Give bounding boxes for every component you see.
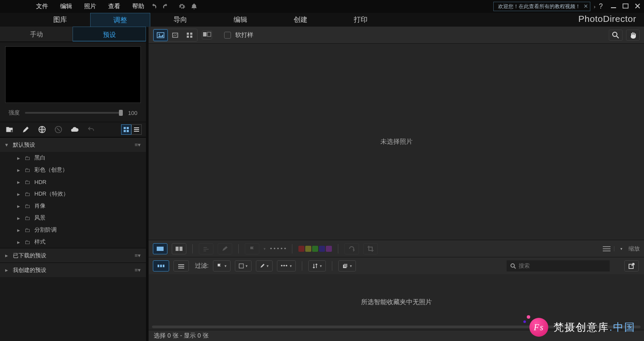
filter-flag-icon[interactable]: ▾ <box>213 260 231 272</box>
menu-view[interactable]: 查看 <box>102 3 126 10</box>
section-label: 已下载的预设 <box>13 252 46 260</box>
maximize-button[interactable] <box>623 3 629 10</box>
tab-guided[interactable]: 导向 <box>150 13 210 27</box>
section-default-presets[interactable]: ▾ 默认预设 ≡▾ <box>0 137 146 152</box>
tab-edit[interactable]: 编辑 <box>210 13 270 27</box>
preset-item[interactable]: ▸🗀HDR（特效） <box>0 188 146 200</box>
close-window-button[interactable] <box>635 3 641 10</box>
export-icon[interactable] <box>624 260 639 272</box>
svg-rect-18 <box>187 36 189 38</box>
globe-refresh-icon <box>53 124 64 135</box>
filmstrip-list-icon[interactable] <box>173 260 189 272</box>
zoom-tool-icon[interactable] <box>609 30 623 41</box>
sort-icon[interactable]: ▾ <box>308 260 326 272</box>
filter-edit-icon[interactable]: ▾ <box>256 260 273 272</box>
crop-icon <box>363 243 378 254</box>
tab-print[interactable]: 打印 <box>331 13 391 27</box>
compare-icon[interactable] <box>202 30 212 39</box>
view-grid-icon[interactable] <box>182 29 197 41</box>
svg-rect-23 <box>157 247 164 251</box>
soft-proof-checkbox[interactable] <box>224 32 231 39</box>
app-title: PhotoDirector <box>578 14 636 24</box>
menu-edit[interactable]: 编辑 <box>54 3 78 10</box>
close-icon[interactable]: ✕ <box>583 3 588 9</box>
globe-icon[interactable] <box>37 124 47 135</box>
bell-icon[interactable] <box>191 3 197 10</box>
view-grid-icon[interactable] <box>121 124 131 135</box>
intensity-slider[interactable] <box>25 112 123 114</box>
chevron-down-icon: ▾ <box>5 142 9 148</box>
nav-next-icon[interactable]: › <box>594 3 595 10</box>
sort-menu-icon[interactable] <box>603 246 614 251</box>
layout-single-icon[interactable] <box>153 243 167 254</box>
gear-icon[interactable] <box>179 3 185 10</box>
rating-dots[interactable]: • • • • • <box>270 245 286 252</box>
preset-item[interactable]: ▸🗀彩色（创意） <box>0 164 146 176</box>
svg-point-22 <box>613 32 617 36</box>
view-list-icon[interactable] <box>131 124 142 135</box>
tab-adjust[interactable]: 调整 <box>90 13 150 27</box>
subtab-preset[interactable]: 预设 <box>73 27 146 42</box>
stack-icon[interactable]: ▾ <box>338 260 356 272</box>
svg-rect-17 <box>190 33 192 35</box>
rotate-icon <box>344 243 359 254</box>
subtab-manual[interactable]: 手动 <box>0 27 73 42</box>
section-created-presets[interactable]: ▸ 我创建的预设 ≡▾ <box>0 263 146 277</box>
help-icon[interactable]: ? <box>599 3 603 10</box>
undo-icon[interactable] <box>150 3 157 10</box>
color-chip[interactable] <box>298 246 304 252</box>
section-menu-icon[interactable]: ≡▾ <box>134 142 141 148</box>
tab-create[interactable]: 创建 <box>270 13 331 27</box>
menu-help[interactable]: 帮助 <box>126 3 150 10</box>
zoom-label: 缩放 <box>629 245 640 253</box>
hand-tool-icon[interactable] <box>626 30 640 41</box>
menu-bar: 文件 编辑 照片 查看 帮助 欢迎您！在此查看所有的教程视频！ ✕ › ? <box>0 0 644 13</box>
tab-library[interactable]: 图库 <box>30 13 90 27</box>
filter-rating-icon[interactable]: •••▾ <box>277 260 296 272</box>
preset-item[interactable]: ▸🗀样式 <box>0 236 146 248</box>
preset-item[interactable]: ▸🗀黑白 <box>0 152 146 164</box>
watermark-text: 梵摄创意库 <box>553 321 609 333</box>
filter-label-icon[interactable]: ▾ <box>235 260 252 272</box>
svg-rect-31 <box>178 268 184 269</box>
search-input[interactable] <box>519 263 606 269</box>
section-menu-icon[interactable]: ≡▾ <box>134 267 141 273</box>
slider-thumb[interactable] <box>119 110 123 116</box>
color-chip[interactable] <box>326 246 332 252</box>
section-downloaded-presets[interactable]: ▸ 已下载的预设 ≡▾ <box>0 248 146 263</box>
menu-photo[interactable]: 照片 <box>78 3 102 10</box>
section-menu-icon[interactable]: ≡▾ <box>134 252 141 259</box>
folder-add-icon[interactable] <box>4 124 15 135</box>
color-chip[interactable] <box>319 246 325 252</box>
redo-icon[interactable] <box>162 3 169 10</box>
preset-item[interactable]: ▸🗀风景 <box>0 212 146 224</box>
canvas-message: 未选择照片 <box>380 138 413 146</box>
view-single-icon[interactable] <box>153 29 168 41</box>
menu-file[interactable]: 文件 <box>30 3 54 10</box>
svg-rect-6 <box>124 127 126 129</box>
view-fit-icon[interactable] <box>168 29 182 41</box>
intensity-label: 强度 <box>9 109 20 117</box>
preset-item[interactable]: ▸🗀HDR <box>0 176 146 188</box>
layout-split-icon[interactable] <box>172 243 186 254</box>
filter-toolbar: 过滤: ▾ ▾ ▾ •••▾ ▾ ▾ <box>149 257 644 274</box>
preset-item[interactable]: ▸🗀肖像 <box>0 200 146 212</box>
svg-rect-11 <box>134 129 139 130</box>
minimize-button[interactable] <box>611 3 617 10</box>
search-icon <box>510 263 516 269</box>
cloud-icon[interactable] <box>70 124 80 135</box>
color-label-chips[interactable] <box>298 246 332 252</box>
pen-add-icon[interactable]: + <box>21 124 31 135</box>
filmstrip-thumb-icon[interactable] <box>153 260 169 272</box>
color-chip[interactable] <box>305 246 311 252</box>
svg-text:+: + <box>27 129 30 134</box>
svg-rect-34 <box>344 264 347 267</box>
preset-item[interactable]: ▸🗀分割阶调 <box>0 224 146 236</box>
welcome-banner[interactable]: 欢迎您！在此查看所有的教程视频！ ✕ <box>493 2 590 11</box>
svg-rect-8 <box>124 130 126 132</box>
color-chip[interactable] <box>312 246 318 252</box>
search-box[interactable] <box>507 260 610 272</box>
watermark-badge: Fs <box>529 318 548 337</box>
svg-rect-19 <box>190 36 192 38</box>
edit-brush-icon <box>218 243 232 254</box>
